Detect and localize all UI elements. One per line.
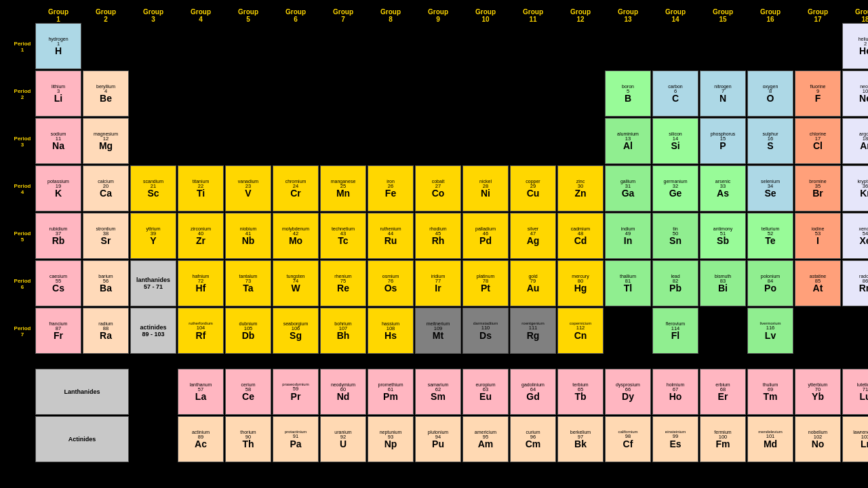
- element-tm[interactable]: thulium69Tm: [747, 369, 793, 415]
- element-am[interactable]: americium95Am: [462, 416, 509, 462]
- element-lr[interactable]: lawrencium103Lr: [842, 416, 868, 462]
- element-cr[interactable]: chromium24Cr: [273, 165, 319, 211]
- element-y[interactable]: yttrium39Y: [130, 213, 176, 259]
- element-co[interactable]: cobalt27Co: [415, 165, 461, 211]
- element-o[interactable]: oxygen8O: [747, 70, 793, 117]
- element-ds[interactable]: darmstadtium110Ds: [462, 308, 509, 354]
- element-cm[interactable]: curium96Cm: [510, 416, 556, 462]
- element-ni[interactable]: nickel28Ni: [462, 165, 509, 211]
- element-er[interactable]: erbium68Er: [700, 369, 746, 415]
- element-ru[interactable]: ruthenium44Ru: [368, 213, 414, 259]
- element-w[interactable]: tungsten74W: [273, 260, 319, 306]
- element-cu[interactable]: copper29Cu: [510, 165, 556, 211]
- element-be[interactable]: beryllium4Be: [83, 70, 129, 117]
- element-ac[interactable]: actinium89Ac: [178, 416, 224, 462]
- element-c[interactable]: carbon6C: [652, 70, 698, 117]
- element-mo[interactable]: molybdenum42Mo: [273, 213, 319, 259]
- element-sm[interactable]: samarium62Sm: [415, 369, 461, 415]
- element-sn[interactable]: tin50Sn: [652, 213, 698, 259]
- element-sr[interactable]: strontium38Sr: [83, 213, 129, 259]
- element-rb[interactable]: rubidium37Rb: [35, 213, 81, 259]
- element-hg[interactable]: mercury80Hg: [557, 260, 604, 306]
- element-pb[interactable]: lead82Pb: [652, 260, 698, 306]
- element-pr[interactable]: praseodymium59Pr: [273, 369, 319, 415]
- element-f[interactable]: fluorine9F: [795, 70, 841, 117]
- element-bk[interactable]: berkelium97Bk: [557, 416, 604, 462]
- element-bi[interactable]: bismuth83Bi: [700, 260, 746, 306]
- element-tl[interactable]: thallium81Tl: [605, 260, 651, 306]
- element-s[interactable]: sulphur16S: [747, 118, 793, 164]
- element-tb[interactable]: terbium65Tb: [557, 369, 604, 415]
- element-mn[interactable]: manganese25Mn: [320, 165, 366, 211]
- element-se[interactable]: selenium34Se: [747, 165, 793, 211]
- element-pt[interactable]: platinum78Pt: [462, 260, 509, 306]
- element-rg[interactable]: roentgenium111Rg: [510, 308, 556, 354]
- element-pd[interactable]: palladium46Pd: [462, 213, 509, 259]
- element-au[interactable]: gold79Au: [510, 260, 556, 306]
- element-db[interactable]: dubnium105Db: [225, 308, 271, 354]
- element-fl[interactable]: flerovium114Fl: [652, 308, 698, 354]
- element-ge[interactable]: germanium32Ge: [652, 165, 698, 211]
- element-fr[interactable]: francium87Fr: [35, 308, 81, 354]
- element-hf[interactable]: hafnium72Hf: [178, 260, 224, 306]
- element-he[interactable]: helium2He: [842, 23, 868, 69]
- element-lv[interactable]: livermorium116Lv: [747, 308, 793, 354]
- element-k[interactable]: potassium19K: [35, 165, 81, 211]
- element-sg[interactable]: seaborgium106Sg: [273, 308, 319, 354]
- element-ca[interactable]: calcium20Ca: [83, 165, 129, 211]
- element-pa[interactable]: protactinium91Pa: [273, 416, 319, 462]
- element-ce[interactable]: cerium58Ce: [225, 369, 271, 415]
- element-p[interactable]: phosphorus15P: [700, 118, 746, 164]
- element-rn[interactable]: radon86Rn: [842, 260, 868, 306]
- element-si[interactable]: silicon14Si: [652, 118, 698, 164]
- element-np[interactable]: neptunium93Np: [368, 416, 414, 462]
- element-zn[interactable]: zinc30Zn: [557, 165, 604, 211]
- element-th[interactable]: thorium90Th: [225, 416, 271, 462]
- element-v[interactable]: vanadium23V: [225, 165, 271, 211]
- element-ra[interactable]: radium88Ra: [83, 308, 129, 354]
- element-n[interactable]: nitrogen7N: [700, 70, 746, 117]
- element-kr[interactable]: krypton36Kr: [842, 165, 868, 211]
- element-bh[interactable]: bohrium107Bh: [320, 308, 366, 354]
- element-ba[interactable]: barium56Ba: [83, 260, 129, 306]
- element-at[interactable]: astatine85At: [795, 260, 841, 306]
- element-u[interactable]: uranium92U: [320, 416, 366, 462]
- element-rf[interactable]: rutherfordium104Rf: [178, 308, 224, 354]
- element-re[interactable]: rhenium75Re: [320, 260, 366, 306]
- element-os[interactable]: osmium76Os: [368, 260, 414, 306]
- element-al[interactable]: aluminium13Al: [605, 118, 651, 164]
- element-ti[interactable]: titanium22Ti: [178, 165, 224, 211]
- element-in[interactable]: indium49In: [605, 213, 651, 259]
- element-as[interactable]: arsenic33As: [700, 165, 746, 211]
- element-mg[interactable]: magnesium12Mg: [83, 118, 129, 164]
- element-fm[interactable]: fermium100Fm: [700, 416, 746, 462]
- element-li[interactable]: lithium3Li: [35, 70, 81, 117]
- element-es[interactable]: einsteinium99Es: [652, 416, 698, 462]
- element-cn[interactable]: copernicium112Cn: [557, 308, 604, 354]
- element-cf[interactable]: californium98Cf: [605, 416, 651, 462]
- element-dy[interactable]: dysprosium66Dy: [605, 369, 651, 415]
- element-no[interactable]: nobelium102No: [795, 416, 841, 462]
- element-lu[interactable]: lutetium71Lu: [842, 369, 868, 415]
- element-b[interactable]: boron5B: [605, 70, 651, 117]
- element-fe[interactable]: iron26Fe: [368, 165, 414, 211]
- element-sb[interactable]: antimony51Sb: [700, 213, 746, 259]
- element-rh[interactable]: rhodium45Rh: [415, 213, 461, 259]
- element-i[interactable]: iodine53I: [795, 213, 841, 259]
- element-nd[interactable]: neodymium60Nd: [320, 369, 366, 415]
- element-tc[interactable]: technetium43Tc: [320, 213, 366, 259]
- element-cl[interactable]: chlorine17Cl: [795, 118, 841, 164]
- element-h[interactable]: hydrogen1H: [35, 23, 81, 69]
- element-cd[interactable]: cadmium48Cd: [557, 213, 604, 259]
- element-yb[interactable]: ytterbium70Yb: [795, 369, 841, 415]
- element-br[interactable]: bromine35Br: [795, 165, 841, 211]
- element-na[interactable]: sodium11Na: [35, 118, 81, 164]
- element-te[interactable]: tellurium52Te: [747, 213, 793, 259]
- element-ne[interactable]: neon10Ne: [842, 70, 868, 117]
- element-ta[interactable]: tantalum73Ta: [225, 260, 271, 306]
- element-ir[interactable]: iridium77Ir: [415, 260, 461, 306]
- element-la[interactable]: lanthanum57La: [178, 369, 224, 415]
- element-eu[interactable]: europium63Eu: [462, 369, 509, 415]
- element-po[interactable]: polonium84Po: [747, 260, 793, 306]
- element-zr[interactable]: zirconium40Zr: [178, 213, 224, 259]
